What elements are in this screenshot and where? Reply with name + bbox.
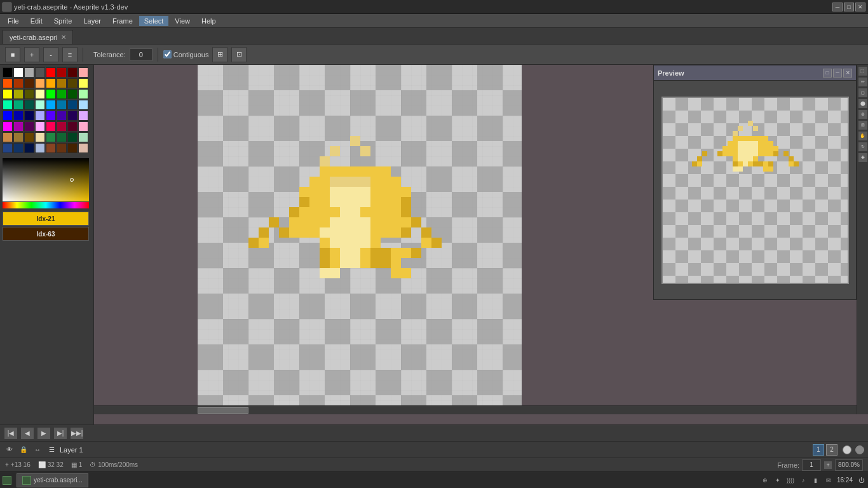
- scrollbar-thumb-h[interactable]: [198, 407, 248, 414]
- color-swatch[interactable]: [35, 78, 45, 88]
- color-swatch[interactable]: [46, 132, 56, 142]
- color-swatch[interactable]: [24, 132, 34, 142]
- menu-frame[interactable]: Frame: [107, 16, 138, 26]
- menu-file[interactable]: File: [3, 16, 24, 26]
- color-swatch[interactable]: [35, 67, 45, 78]
- color-swatch[interactable]: [57, 67, 67, 78]
- tray-icon-notifications[interactable]: ✉: [824, 476, 833, 485]
- tray-icon-power[interactable]: ⏻: [857, 476, 865, 485]
- color-swatch[interactable]: [78, 67, 88, 78]
- play-btn[interactable]: ▶: [37, 427, 51, 440]
- rotate-btn[interactable]: ↻: [858, 142, 868, 152]
- tray-icon-volume[interactable]: ♪: [799, 476, 808, 485]
- color-swatch[interactable]: [35, 111, 45, 121]
- color-swatch[interactable]: [13, 143, 24, 153]
- eraser-btn[interactable]: ◻: [858, 88, 868, 98]
- lock-btn[interactable]: 🔒: [18, 444, 29, 456]
- hand-btn[interactable]: ✋: [858, 131, 868, 141]
- color-picker-area[interactable]: [3, 158, 89, 209]
- subtract-btn[interactable]: -: [43, 47, 58, 62]
- pencil-btn[interactable]: ✏: [858, 77, 868, 87]
- menu-sprite[interactable]: Sprite: [49, 16, 78, 26]
- prev-frame-btn[interactable]: ◀: [20, 427, 34, 440]
- continuous-checkbox[interactable]: [163, 50, 172, 58]
- color-swatch[interactable]: [57, 89, 67, 99]
- color-swatch[interactable]: [78, 121, 88, 132]
- color-swatch[interactable]: [3, 67, 13, 78]
- eyedropper-btn[interactable]: ⊕: [858, 109, 868, 119]
- color-swatch[interactable]: [46, 89, 56, 99]
- color-swatch[interactable]: [13, 78, 24, 88]
- color-swatch[interactable]: [24, 121, 34, 132]
- visibility-btn[interactable]: 👁: [4, 444, 15, 456]
- frame-increment-btn[interactable]: +: [824, 461, 832, 470]
- color-swatch[interactable]: [3, 132, 13, 142]
- menu-help[interactable]: Help: [196, 16, 221, 26]
- color-swatch[interactable]: [78, 143, 88, 153]
- menu-select[interactable]: Select: [139, 16, 169, 26]
- close-button[interactable]: ✕: [855, 3, 865, 11]
- color-swatch[interactable]: [67, 89, 78, 99]
- tray-icon-wifi[interactable]: )))): [786, 476, 795, 485]
- color-swatch[interactable]: [46, 121, 56, 132]
- zoom-btn[interactable]: ⊞: [858, 120, 868, 130]
- menu-layer[interactable]: Layer: [78, 16, 106, 26]
- color-swatch[interactable]: [24, 89, 34, 99]
- menu-view[interactable]: View: [170, 16, 195, 26]
- horizontal-scrollbar[interactable]: [94, 405, 857, 414]
- color-swatch[interactable]: [57, 111, 67, 121]
- color-swatch[interactable]: [57, 121, 67, 132]
- color-swatch[interactable]: [78, 100, 88, 110]
- color-swatch[interactable]: [3, 89, 13, 99]
- color-swatch[interactable]: [35, 132, 45, 142]
- color-swatch[interactable]: [13, 89, 24, 99]
- select-rect-btn[interactable]: ⬚: [858, 66, 868, 76]
- color-swatch[interactable]: [3, 111, 13, 121]
- color-swatch[interactable]: [35, 121, 45, 132]
- color-swatch[interactable]: [78, 78, 88, 88]
- color-swatch[interactable]: [57, 100, 67, 110]
- color-circle-1[interactable]: [843, 445, 851, 454]
- continuous-label[interactable]: Contiguous: [163, 50, 209, 58]
- color-swatch[interactable]: [13, 100, 24, 110]
- color-swatch[interactable]: [78, 132, 88, 142]
- color-swatch[interactable]: [24, 100, 34, 110]
- pixel-aspect-btn[interactable]: ⊞: [212, 47, 227, 62]
- tolerance-input[interactable]: [130, 48, 153, 61]
- preview-close-btn[interactable]: ✕: [843, 69, 852, 78]
- color-swatch[interactable]: [24, 111, 34, 121]
- intersect-btn[interactable]: ≡: [62, 47, 78, 62]
- color-swatch[interactable]: [24, 67, 34, 78]
- color-swatch[interactable]: [35, 143, 45, 153]
- color-swatch[interactable]: [3, 100, 13, 110]
- preview-maximize-btn[interactable]: □: [823, 69, 832, 78]
- color-swatch[interactable]: [13, 121, 24, 132]
- foreground-color[interactable]: Idx-21: [3, 212, 89, 226]
- color-swatch[interactable]: [46, 78, 56, 88]
- tray-icon-battery[interactable]: ▮: [811, 476, 820, 485]
- color-swatch[interactable]: [46, 143, 56, 153]
- color-swatch[interactable]: [67, 121, 78, 132]
- color-swatch[interactable]: [35, 89, 45, 99]
- color-swatch[interactable]: [13, 111, 24, 121]
- color-swatch[interactable]: [46, 100, 56, 110]
- color-swatch[interactable]: [67, 132, 78, 142]
- color-swatch[interactable]: [67, 100, 78, 110]
- color-swatch[interactable]: [3, 78, 13, 88]
- taskbar-app-aseprite[interactable]: yeti-crab.asepri...: [17, 473, 88, 487]
- layer-settings-btn[interactable]: ☰: [46, 444, 57, 456]
- frame-input[interactable]: [802, 459, 821, 471]
- color-swatch[interactable]: [57, 143, 67, 153]
- snap-btn[interactable]: ⊡: [231, 47, 247, 62]
- frame-1-btn[interactable]: 1: [813, 444, 824, 456]
- start-icon[interactable]: [3, 476, 11, 485]
- add-btn[interactable]: +: [24, 47, 39, 62]
- minimize-button[interactable]: ─: [832, 3, 843, 11]
- color-swatch[interactable]: [13, 67, 24, 78]
- menu-edit[interactable]: Edit: [25, 16, 48, 26]
- color-swatch[interactable]: [46, 111, 56, 121]
- color-swatch[interactable]: [57, 132, 67, 142]
- frame-2-btn[interactable]: 2: [826, 444, 837, 456]
- move-btn[interactable]: ✚: [858, 152, 868, 163]
- preview-minimize-btn[interactable]: ─: [833, 69, 842, 78]
